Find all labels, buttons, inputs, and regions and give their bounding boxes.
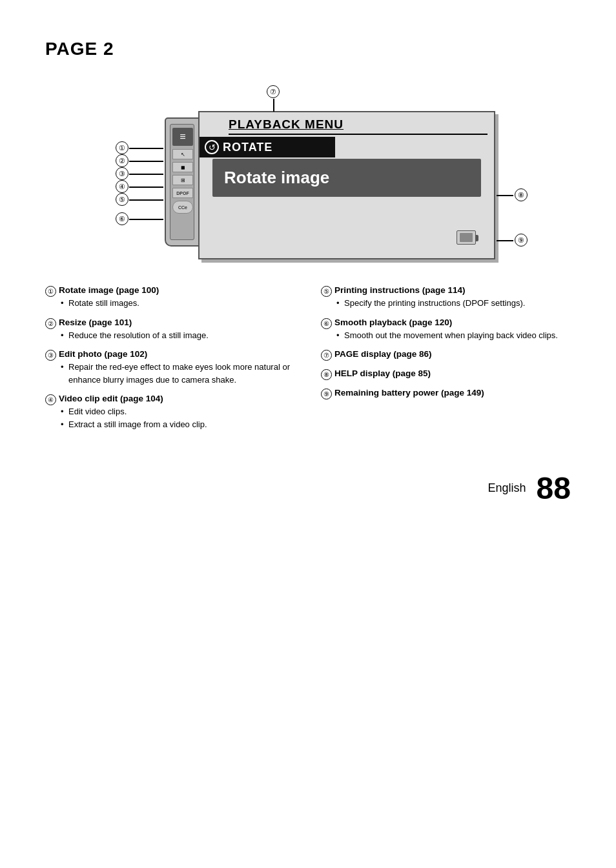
desc-header-8: ⑧ HELP display (page 85) [321, 368, 571, 380]
num-circle-6: ⑥ [321, 318, 332, 329]
battery-icon [457, 230, 476, 245]
callout-9-line [497, 240, 513, 241]
desc-bullet-5-0: Specify the printing instructions (DPOF … [336, 297, 571, 310]
icon-2: ◼ [172, 162, 193, 172]
num-circle-7: ⑦ [321, 350, 332, 361]
desc-item-1: ① Rotate image (page 100) Rotate still i… [45, 285, 295, 310]
battery-tip [476, 235, 478, 241]
num-circle-2: ② [45, 318, 56, 329]
rotate-label: ROTATE [223, 141, 272, 154]
callout-5: ⑤ [116, 193, 128, 206]
desc-bullets-6: Smooth out the movement when playing bac… [336, 329, 571, 342]
desc-item-9: ⑨ Remaining battery power (page 149) [321, 388, 571, 399]
footer-language: English [488, 481, 526, 495]
desc-item-5: ⑤ Printing instructions (page 114) Speci… [321, 285, 571, 310]
desc-header-5: ⑤ Printing instructions (page 114) [321, 285, 571, 297]
menu-symbol: ≡ [180, 131, 185, 143]
desc-header-6: ⑥ Smooth playback (page 120) [321, 318, 571, 329]
battery-fill [460, 233, 473, 242]
desc-bullet-4-1: Extract a still image from a video clip. [61, 418, 295, 431]
callout-6-line [129, 219, 163, 220]
callout-7-line [273, 99, 274, 112]
desc-header-7: ⑦ PAGE display (page 86) [321, 349, 571, 361]
callout-4-line [129, 187, 163, 188]
callout-8: ⑧ [515, 188, 528, 201]
footer: English 88 [45, 464, 571, 506]
dpof-icon: DPOF [172, 188, 193, 198]
footer-page-number: 88 [537, 470, 571, 506]
desc-col-right: ⑤ Printing instructions (page 114) Speci… [321, 285, 571, 438]
page-container: PAGE 2 ≡ ↖ ◼ ⊞ DPOF [0, 0, 616, 532]
callout-9: ⑨ [515, 234, 528, 247]
desc-item-4: ④ Video clip edit (page 104) Edit video … [45, 394, 295, 430]
rotate-circle-icon: ↺ [205, 140, 219, 154]
callout-1-line [129, 148, 163, 149]
callout-2: ② [116, 154, 128, 167]
callout-3: ③ [116, 167, 128, 180]
menu-title-bar: PLAYBACK MENU [229, 117, 488, 135]
num-circle-9: ⑨ [321, 389, 332, 399]
icon-1: ↖ [172, 149, 193, 159]
callout-3-line [129, 174, 163, 175]
desc-col-left: ① Rotate image (page 100) Rotate still i… [45, 285, 295, 438]
desc-bullet-4-0: Edit video clips. [61, 405, 295, 418]
camera-body: ≡ ↖ ◼ ⊞ DPOF CCe [165, 117, 202, 247]
num-circle-5: ⑤ [321, 286, 332, 297]
desc-bullet-1-0: Rotate still images. [61, 297, 295, 310]
callout-1: ① [116, 141, 128, 154]
icon-3: ⊞ [172, 175, 193, 185]
descriptions-section: ① Rotate image (page 100) Rotate still i… [45, 285, 571, 438]
desc-header-2: ② Resize (page 101) [45, 318, 295, 329]
desc-bullet-2-0: Reduce the resolution of a still image. [61, 329, 295, 342]
desc-bullet-3-0: Repair the red-eye effect to make eyes l… [61, 361, 295, 386]
camera-side-panel: ≡ ↖ ◼ ⊞ DPOF CCe [170, 124, 194, 240]
num-circle-3: ③ [45, 350, 56, 361]
desc-item-8: ⑧ HELP display (page 85) [321, 368, 571, 380]
callout-2-line [129, 161, 163, 162]
diagram-wrapper: ≡ ↖ ◼ ⊞ DPOF CCe [63, 79, 553, 285]
playback-menu-title: PLAYBACK MENU [229, 117, 344, 131]
callout-4: ④ [116, 180, 128, 193]
icon-1-symbol: ↖ [181, 152, 185, 157]
desc-bullets-2: Reduce the resolution of a still image. [61, 329, 295, 342]
desc-bullet-6-0: Smooth out the movement when playing bac… [336, 329, 571, 342]
rotate-image-tooltip: Rotate image [212, 159, 481, 197]
callout-7: ⑦ [267, 85, 280, 98]
num-circle-1: ① [45, 286, 56, 297]
rotate-selected-item: ↺ ROTATE [200, 137, 335, 157]
callout-5-line [129, 199, 163, 201]
desc-header-9: ⑨ Remaining battery power (page 149) [321, 388, 571, 399]
desc-bullets-4: Edit video clips. Extract a still image … [61, 405, 295, 430]
rotate-image-label: Rotate image [224, 168, 329, 187]
menu-button-icon: ≡ [172, 128, 193, 146]
desc-item-3: ③ Edit photo (page 102) Repair the red-e… [45, 349, 295, 386]
icon-3-symbol: ⊞ [181, 177, 185, 183]
desc-header-4: ④ Video clip edit (page 104) [45, 394, 295, 405]
dpof-text: DPOF [176, 191, 189, 196]
lcd-screen: PLAYBACK MENU ↺ ROTATE Rotate image [198, 111, 495, 259]
desc-bullets-3: Repair the red-eye effect to make eyes l… [61, 361, 295, 386]
icon-2-symbol: ◼ [181, 165, 185, 170]
desc-header-3: ③ Edit photo (page 102) [45, 349, 295, 361]
desc-header-1: ① Rotate image (page 100) [45, 285, 295, 297]
desc-bullets-5: Specify the printing instructions (DPOF … [336, 297, 571, 310]
desc-bullets-1: Rotate still images. [61, 297, 295, 310]
cce-text: CCe [178, 205, 187, 210]
cce-icon: CCe [172, 201, 193, 214]
callout-6: ⑥ [116, 212, 128, 225]
callout-8-line [497, 195, 513, 196]
desc-item-7: ⑦ PAGE display (page 86) [321, 349, 571, 361]
page-title: PAGE 2 [45, 39, 571, 59]
desc-item-6: ⑥ Smooth playback (page 120) Smooth out … [321, 318, 571, 342]
num-circle-4: ④ [45, 394, 56, 405]
num-circle-8: ⑧ [321, 369, 332, 380]
desc-item-2: ② Resize (page 101) Reduce the resolutio… [45, 318, 295, 342]
